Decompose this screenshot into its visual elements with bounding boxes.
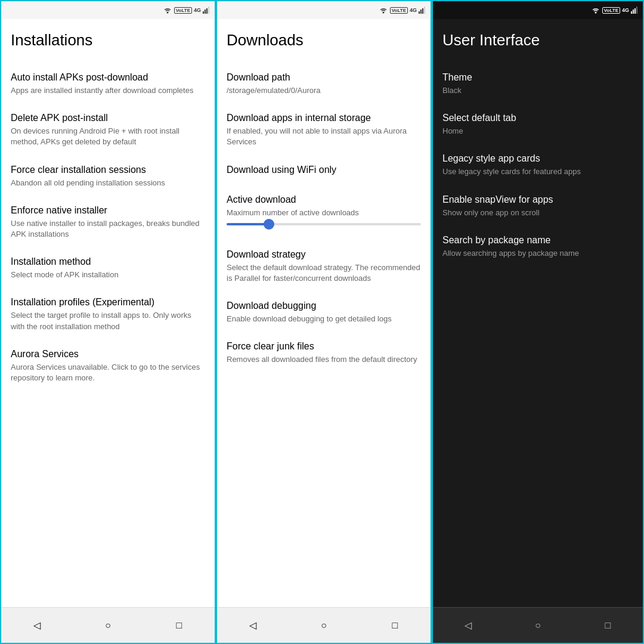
svg-rect-14	[636, 7, 637, 14]
legacy-cards-subtitle: Use legacy style cards for featured apps	[442, 166, 633, 177]
back-button-left[interactable]: ◁	[29, 617, 45, 634]
svg-rect-13	[634, 8, 636, 14]
back-button-right[interactable]: ◁	[460, 617, 476, 634]
installation-method-setting[interactable]: Installation method Select mode of APK i…	[11, 248, 205, 289]
svg-rect-1	[203, 11, 204, 14]
download-internal-title: Download apps in internal storage	[227, 113, 421, 123]
installation-profiles-subtitle: Select the target profile to install app…	[11, 310, 205, 332]
volte-badge-right: VoLTE	[602, 7, 620, 14]
snapview-subtitle: Show only one app on scroll	[442, 208, 633, 218]
signal-icon-left	[203, 7, 210, 14]
download-debugging-setting[interactable]: Download debugging Enable download debug…	[227, 292, 421, 333]
enforce-native-title: Enforce native installer	[11, 205, 205, 216]
4g-badge-right: 4G	[622, 7, 629, 13]
installation-profiles-title: Installation profiles (Experimental)	[11, 297, 205, 308]
snapview-title: Enable snapView for apps	[442, 194, 633, 205]
home-button-right[interactable]: ○	[530, 617, 546, 634]
delete-apk-setting[interactable]: Delete APK post-install On devices runni…	[11, 104, 205, 156]
slider-track[interactable]	[227, 223, 421, 225]
installation-profiles-setting[interactable]: Installation profiles (Experimental) Sel…	[11, 289, 205, 340]
auto-install-setting[interactable]: Auto install APKs post-download Apps are…	[11, 64, 205, 104]
search-package-setting[interactable]: Search by package name Allow searching a…	[442, 227, 633, 267]
download-wifi-title: Download using WiFi only	[227, 165, 421, 175]
auto-install-subtitle: Apps are installed instantly after downl…	[11, 85, 205, 96]
aurora-services-subtitle: Aurora Services unavailable. Click to go…	[11, 362, 205, 383]
home-button-middle[interactable]: ○	[315, 617, 332, 634]
svg-rect-2	[205, 10, 206, 14]
active-download-slider-container	[227, 218, 421, 233]
download-debugging-subtitle: Enable download debugging to get detaile…	[227, 314, 421, 324]
download-strategy-setting[interactable]: Download strategy Select the default dow…	[227, 241, 421, 292]
svg-point-5	[382, 12, 384, 14]
theme-title: Theme	[442, 72, 633, 83]
signal-icon-middle	[419, 7, 426, 14]
downloads-content: Downloads Download path /storage/emulate…	[217, 19, 431, 607]
downloads-panel: VoLTE 4G Downloads Download path /storag…	[216, 0, 432, 644]
signal-icon-right	[631, 7, 638, 14]
installations-panel: VoLTE 4G Installations Auto install APKs…	[0, 0, 216, 644]
svg-rect-6	[419, 11, 420, 14]
snapview-setting[interactable]: Enable snapView for apps Show only one a…	[442, 186, 633, 227]
nav-bar-left: ◁ ○ □	[1, 607, 215, 643]
download-path-title: Download path	[227, 72, 421, 83]
wifi-icon-right	[591, 7, 600, 14]
volte-badge-middle: VoLTE	[390, 7, 408, 14]
active-download-subtitle: Maximum number of active downloads	[227, 208, 421, 218]
legacy-cards-title: Legacy style app cards	[442, 153, 633, 164]
installations-title: Installations	[11, 31, 205, 49]
slider-thumb[interactable]	[264, 219, 274, 230]
svg-rect-7	[420, 10, 422, 14]
status-bar-right: VoLTE 4G	[433, 1, 643, 19]
svg-rect-3	[206, 8, 208, 14]
svg-rect-8	[422, 8, 423, 14]
enforce-native-subtitle: Use native installer to install packages…	[11, 218, 205, 240]
4g-badge-left: 4G	[194, 7, 201, 13]
status-bar-middle: VoLTE 4G	[217, 1, 431, 19]
legacy-cards-setting[interactable]: Legacy style app cards Use legacy style …	[442, 145, 633, 185]
force-clear-junk-setting[interactable]: Force clear junk files Removes all downl…	[227, 333, 421, 373]
download-debugging-title: Download debugging	[227, 301, 421, 311]
status-bar-left: VoLTE 4G	[1, 1, 215, 19]
user-interface-panel: VoLTE 4G User Interface Theme Black Sele…	[432, 0, 644, 644]
force-clear-sessions-subtitle: Abandon all old pending installation ses…	[11, 178, 205, 188]
svg-point-0	[166, 12, 168, 14]
enforce-native-setting[interactable]: Enforce native installer Use native inst…	[11, 197, 205, 248]
recent-button-middle[interactable]: □	[386, 617, 403, 634]
download-internal-subtitle: If enabled, you will not able to install…	[227, 126, 421, 147]
force-clear-sessions-setting[interactable]: Force clear installation sessions Abando…	[11, 156, 205, 197]
auto-install-title: Auto install APKs post-download	[11, 72, 205, 83]
user-interface-title: User Interface	[442, 31, 633, 49]
svg-rect-12	[633, 10, 634, 14]
recent-button-right[interactable]: □	[599, 617, 616, 634]
default-tab-title: Select default tab	[442, 113, 633, 123]
download-strategy-title: Download strategy	[227, 249, 421, 260]
theme-setting[interactable]: Theme Black	[442, 64, 633, 104]
force-clear-junk-title: Force clear junk files	[227, 341, 421, 352]
home-button-left[interactable]: ○	[100, 617, 116, 634]
slider-fill	[227, 223, 265, 225]
search-package-title: Search by package name	[442, 235, 633, 246]
active-download-setting[interactable]: Active download Maximum number of active…	[227, 186, 421, 241]
download-internal-setting[interactable]: Download apps in internal storage If ena…	[227, 104, 421, 156]
nav-bar-right: ◁ ○ □	[433, 607, 643, 643]
download-strategy-subtitle: Select the default download strategy. Th…	[227, 262, 421, 284]
force-clear-junk-subtitle: Removes all downloaded files from the de…	[227, 354, 421, 365]
downloads-title: Downloads	[227, 31, 421, 49]
default-tab-subtitle: Home	[442, 126, 633, 137]
back-button-middle[interactable]: ◁	[244, 617, 261, 634]
aurora-services-title: Aurora Services	[11, 349, 205, 360]
recent-button-left[interactable]: □	[171, 617, 187, 634]
wifi-icon	[163, 7, 172, 14]
status-icons-left: VoLTE 4G	[163, 7, 210, 14]
svg-rect-4	[208, 7, 209, 14]
svg-rect-9	[424, 7, 425, 14]
download-path-setting[interactable]: Download path /storage/emulated/0/Aurora	[227, 64, 421, 104]
installations-content: Installations Auto install APKs post-dow…	[1, 19, 215, 607]
wifi-icon-middle	[379, 7, 388, 14]
default-tab-setting[interactable]: Select default tab Home	[442, 104, 633, 145]
status-icons-right: VoLTE 4G	[591, 7, 638, 14]
aurora-services-setting[interactable]: Aurora Services Aurora Services unavaila…	[11, 340, 205, 392]
download-wifi-setting[interactable]: Download using WiFi only	[227, 156, 421, 186]
force-clear-sessions-title: Force clear installation sessions	[11, 165, 205, 175]
delete-apk-title: Delete APK post-install	[11, 113, 205, 123]
